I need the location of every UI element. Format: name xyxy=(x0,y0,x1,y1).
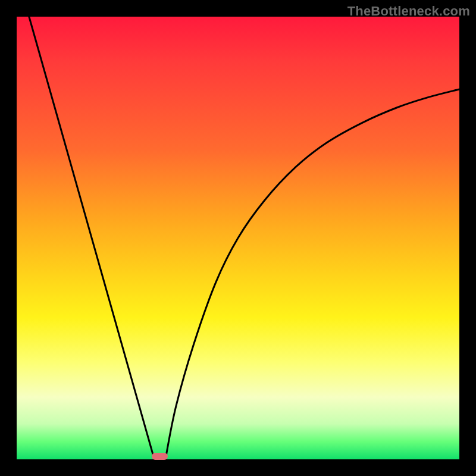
bottleneck-curve xyxy=(17,17,459,459)
curve-left-branch xyxy=(29,17,155,459)
chart-frame: TheBottleneck.com xyxy=(0,0,476,476)
watermark-text: TheBottleneck.com xyxy=(347,4,470,19)
curve-right-branch xyxy=(165,89,459,459)
optimum-marker xyxy=(152,453,168,460)
plot-area xyxy=(17,17,459,459)
